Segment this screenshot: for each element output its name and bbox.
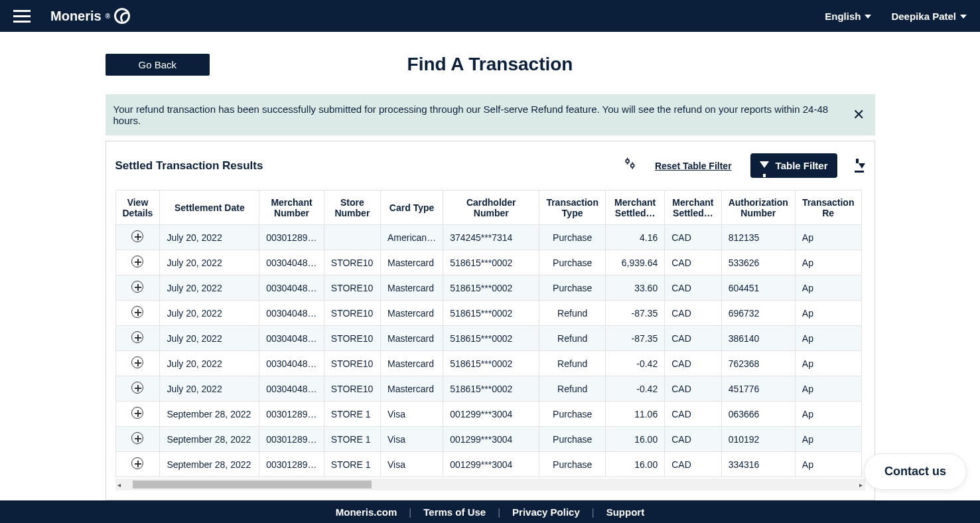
cell-store: STORE 1 [324,402,380,427]
th-card-type[interactable]: Card Type [381,190,443,225]
cell-response: Ap [795,275,861,301]
plus-circle-icon[interactable] [131,306,143,318]
cell-cardholder: 518615***0002 [443,275,539,301]
cell-date: September 28, 2022 [160,427,259,452]
th-transaction-type[interactable]: Transaction Type [539,190,606,225]
cell-amount: 16.00 [606,452,665,477]
cell-date: July 20, 2022 [160,250,259,275]
th-transaction-response[interactable]: Transaction Re [795,190,861,225]
cell-transaction-type: Refund [539,376,606,402]
th-settlement-date[interactable]: Settlement Date [160,190,259,225]
table-row: September 28, 202200301289…STORE 1Visa00… [115,452,861,477]
banner-message: Your refund transaction has been success… [113,104,850,126]
cell-card-type: Visa [381,427,443,452]
cell-store [324,225,380,250]
scrollbar-thumb[interactable] [133,481,372,488]
plus-circle-icon[interactable] [131,432,143,444]
cell-authorization: 762368 [721,351,795,376]
filter-button-label: Table Filter [776,160,828,171]
brand-name: Moneris [50,9,102,24]
user-menu[interactable]: Deepika Patel [891,11,967,22]
cell-card-type: Mastercard [381,376,443,402]
cell-amount: -0.42 [606,376,665,402]
close-icon[interactable]: ✕ [850,108,867,122]
th-merchant-number[interactable]: Merchant Number [259,190,324,225]
cell-currency: CAD [665,452,721,477]
cell-transaction-type: Refund [539,351,606,376]
cell-currency: CAD [665,275,721,301]
footer-link-terms[interactable]: Terms of Use [423,506,486,518]
cell-date: September 28, 2022 [160,402,259,427]
reset-table-filter-link[interactable]: Reset Table Filter [655,161,732,171]
plus-circle-icon[interactable] [131,382,143,394]
cell-card-type: Mastercard [381,351,443,376]
cell-card-type: Mastercard [381,275,443,301]
th-view-details[interactable]: View Details [115,190,160,225]
scroll-right-icon[interactable]: ▸ [857,481,865,488]
results-panel: Settled Transaction Results Reset Table … [105,141,875,500]
table-filter-button[interactable]: Table Filter [750,153,837,178]
expand-cell [115,275,160,301]
cell-date: July 20, 2022 [160,275,259,301]
user-name: Deepika Patel [891,11,956,22]
th-merchant-settled-currency[interactable]: Merchant Settled… [665,190,721,225]
plus-circle-icon[interactable] [131,407,143,419]
cell-currency: CAD [665,376,721,402]
plus-circle-icon[interactable] [131,230,143,242]
cell-amount: 16.00 [606,427,665,452]
download-icon[interactable] [856,159,865,173]
footer-link-moneris[interactable]: Moneris.com [336,506,397,518]
th-merchant-settled-amount[interactable]: Merchant Settled… [606,190,665,225]
menu-icon[interactable] [13,10,31,23]
plus-circle-icon[interactable] [131,356,143,368]
plus-circle-icon[interactable] [131,331,143,343]
table-scroll-container: View Details Settlement Date Merchant Nu… [115,190,865,500]
expand-cell [115,326,160,351]
page-title: Find A Transaction [407,54,573,75]
top-nav-bar: Moneris® English Deepika Patel [0,0,980,32]
cell-date: July 20, 2022 [160,301,259,326]
language-selector[interactable]: English [825,11,871,22]
footer-link-privacy[interactable]: Privacy Policy [512,506,580,518]
cell-amount: 33.60 [606,275,665,301]
expand-cell [115,452,160,477]
cell-date: September 28, 2022 [160,452,259,477]
cell-transaction-type: Refund [539,326,606,351]
cell-store: STORE 1 [324,427,380,452]
cell-authorization: 451776 [721,376,795,402]
table-row: July 20, 202200304048…STORE10Mastercard5… [115,301,861,326]
cell-date: July 20, 2022 [160,326,259,351]
plus-circle-icon[interactable] [131,281,143,293]
expand-cell [115,351,160,376]
cell-currency: CAD [665,225,721,250]
horizontal-scrollbar[interactable]: ◂ ▸ [115,479,865,490]
plus-circle-icon[interactable] [131,256,143,267]
gear-icon[interactable] [623,157,636,174]
cell-authorization: 812135 [721,225,795,250]
footer-link-support[interactable]: Support [606,506,645,518]
chevron-down-icon [960,15,967,19]
cell-cardholder: 518615***0002 [443,250,539,275]
cell-date: July 20, 2022 [160,376,259,402]
brand-logo[interactable]: Moneris® [50,8,130,24]
go-back-button[interactable]: Go Back [105,54,210,76]
cell-amount: -0.42 [606,351,665,376]
plus-circle-icon[interactable] [131,457,143,469]
cell-response: Ap [795,402,861,427]
cell-merchant: 00304048… [259,250,324,275]
scroll-left-icon[interactable]: ◂ [115,481,123,488]
th-authorization-number[interactable]: Authorization Number [721,190,795,225]
cell-response: Ap [795,452,861,477]
cell-authorization: 010192 [721,427,795,452]
expand-cell [115,301,160,326]
cell-merchant: 00304048… [259,301,324,326]
cell-card-type: Visa [381,402,443,427]
contact-us-button[interactable]: Contact us [864,453,967,490]
cell-currency: CAD [665,301,721,326]
th-cardholder-number[interactable]: Cardholder Number [443,190,539,225]
chevron-down-icon [865,15,871,19]
cell-card-type: Visa [381,452,443,477]
th-store-number[interactable]: Store Number [324,190,380,225]
cell-authorization: 696732 [721,301,795,326]
cell-response: Ap [795,427,861,452]
